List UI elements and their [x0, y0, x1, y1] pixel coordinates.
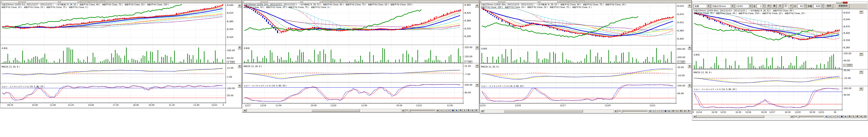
bar-interval-stepper[interactable]: 1↕ [757, 4, 765, 8]
chart-tool-button-5[interactable]: ▶ [844, 115, 847, 118]
chart-tool-button-6[interactable]: D [459, 109, 463, 112]
zoom-slider-knob[interactable] [621, 110, 623, 112]
contract-select[interactable]: 12/03▼ [735, 4, 752, 8]
zoom-slider[interactable] [406, 109, 435, 112]
chart-tool-button-5[interactable]: ▶ [668, 109, 671, 112]
collapse-section-button[interactable]: ▼ [859, 70, 863, 74]
chart-tool-button-3[interactable]: ✛ [447, 109, 451, 112]
spinner-icon[interactable]: ↕ [821, 4, 824, 8]
chart-tool-button-0[interactable]: ◀ [435, 109, 439, 112]
chart-tool-button-4[interactable]: ■ [663, 109, 668, 112]
chevron-down-icon[interactable]: ▼ [707, 4, 710, 8]
period-button-3[interactable]: 分 [783, 4, 788, 8]
chart-tool-button-8[interactable]: B [466, 109, 470, 112]
scrollbar-track[interactable] [696, 115, 790, 118]
stoch-axis-label: 100.00 [227, 87, 235, 90]
spinner-icon[interactable]: ↕ [762, 4, 765, 8]
category-select[interactable]: 先物▼ [693, 4, 710, 8]
scroll-right-button[interactable]: ▶ [790, 115, 794, 118]
collapse-section-button[interactable]: ▼ [238, 46, 242, 49]
collapse-section-button[interactable]: ▼ [688, 46, 692, 50]
collapse-section-button[interactable]: ▼ [475, 46, 479, 49]
chart-30min-window: 日経225mini 12/03( 30分, 2011/12/13 - 2011/… [479, 0, 692, 113]
minutes-stepper[interactable]: 60↕ [797, 4, 807, 8]
collapse-section-button[interactable]: ▼ [859, 10, 863, 14]
collapse-section-button[interactable]: ▼ [859, 52, 863, 56]
collapse-section-button[interactable]: ▼ [238, 64, 242, 68]
chevron-down-icon[interactable]: ▼ [749, 4, 752, 8]
spinner-icon[interactable]: ↕ [804, 4, 806, 8]
period-button-4[interactable]: T [789, 4, 793, 8]
close-button-clipped[interactable] [843, 2, 847, 4]
period-button-2[interactable]: 月 [778, 4, 782, 8]
time-axis-label: 12:00 [50, 104, 56, 106]
collapse-section-button[interactable]: ▼ [238, 4, 242, 7]
scroll-right-button[interactable]: ▶ [614, 109, 618, 112]
chart-tool-button-8[interactable]: B [679, 109, 683, 112]
symbol-select[interactable]: 日経225mini▼ [711, 4, 734, 8]
chart-tool-button-2[interactable]: − [656, 109, 659, 112]
chart-tool-button-10[interactable]: X [863, 115, 867, 118]
collapse-section-button[interactable]: ▼ [859, 87, 863, 91]
zoom-slider[interactable] [795, 115, 824, 118]
collapse-section-button[interactable]: ▼ [475, 64, 479, 68]
chart-tool-button-7[interactable]: L [463, 109, 466, 112]
chevron-down-icon[interactable]: ▼ [731, 4, 734, 8]
time-axis-label: 12/17 [769, 111, 775, 113]
minimize-button-clipped[interactable] [837, 2, 842, 4]
chart-tool-button-1[interactable]: + [828, 115, 832, 118]
chart-tool-button-3[interactable]: ✛ [659, 109, 663, 112]
chart-tool-button-7[interactable]: L [851, 115, 855, 118]
collapse-section-button[interactable]: ▼ [688, 4, 692, 7]
chart-header-line2: 移動平均( Close, 10 ) 移動平均( Close, 25 ) 移動平均… [1, 6, 88, 8]
bar-count-stepper[interactable]: 500↕ [813, 4, 824, 8]
chart-tool-button-9[interactable]: ⊕ [683, 109, 687, 112]
chart-tool-button-2[interactable]: − [832, 115, 836, 118]
volume-multiplier-badge: × 100 [227, 61, 235, 63]
chart-tool-button-6[interactable]: D [671, 109, 675, 112]
time-axis-label: 0 [693, 111, 694, 113]
scrollbar-track[interactable] [247, 109, 401, 112]
bar-type-label: 足 [753, 5, 755, 8]
collapse-section-button[interactable]: ▼ [688, 64, 692, 68]
chart-tool-button-9[interactable]: ⊕ [470, 109, 474, 112]
chart-tool-button-9[interactable]: ⊕ [859, 115, 863, 118]
price-axis-label: 8,525 [677, 5, 684, 7]
collapse-section-button[interactable]: ▼ [688, 84, 692, 87]
scroll-left-button[interactable]: ◀ [480, 109, 484, 112]
chart-tool-button-1[interactable]: + [439, 109, 443, 112]
zoom-slider-knob[interactable] [408, 109, 410, 112]
collapse-section-button[interactable]: ▼ [475, 83, 479, 87]
multi-symbol-button[interactable]: 複数銘柄 [837, 4, 849, 8]
chart-tool-button-0[interactable]: ◀ [648, 109, 652, 112]
chart-tool-button-10[interactable]: X [474, 109, 478, 112]
period-button-0[interactable]: 日 [766, 4, 771, 8]
chart-tool-button-5[interactable]: ▶ [455, 109, 459, 112]
zoom-slider-knob[interactable] [797, 116, 799, 118]
scrollbar-thumb[interactable] [312, 109, 360, 112]
chart-header-line2: 移動平均( Close, 150 ) 移動平均( Close, 10 ) 移動平… [481, 6, 592, 8]
chart-tool-button-4[interactable]: ■ [840, 115, 844, 118]
chart-tool-button-6[interactable]: D [847, 115, 851, 118]
zoom-slider[interactable] [619, 109, 647, 112]
chart-tool-button-0[interactable]: ◀ [824, 115, 828, 118]
collapse-section-button[interactable]: ▼ [475, 4, 479, 7]
time-axis-label: 22:40 [193, 104, 199, 106]
period-button-1[interactable]: 週 [772, 4, 777, 8]
chart-tool-button-3[interactable]: ✛ [836, 115, 840, 118]
scrollbar-thumb[interactable] [697, 115, 764, 118]
scroll-left-button[interactable]: ◀ [243, 109, 246, 112]
chart-tool-button-8[interactable]: B [855, 115, 859, 118]
chart-tool-button-2[interactable]: − [443, 109, 447, 112]
apply-button[interactable]: 適用 [825, 4, 833, 8]
scrollbar-thumb[interactable] [504, 110, 583, 112]
scrollbar-track[interactable] [484, 109, 614, 112]
scroll-right-button[interactable]: ▶ [402, 109, 405, 112]
chart-tool-button-10[interactable]: X [687, 109, 691, 112]
chart-tool-button-7[interactable]: L [675, 109, 679, 112]
horizontal-scrollbar: ◀▶◀+−✛■▶DLB⊕X [243, 109, 478, 112]
scroll-left-button[interactable]: ◀ [693, 115, 696, 118]
chart-tool-button-4[interactable]: ■ [451, 109, 455, 112]
chart-tool-button-1[interactable]: + [652, 109, 656, 112]
collapse-section-button[interactable]: ▼ [238, 84, 242, 88]
